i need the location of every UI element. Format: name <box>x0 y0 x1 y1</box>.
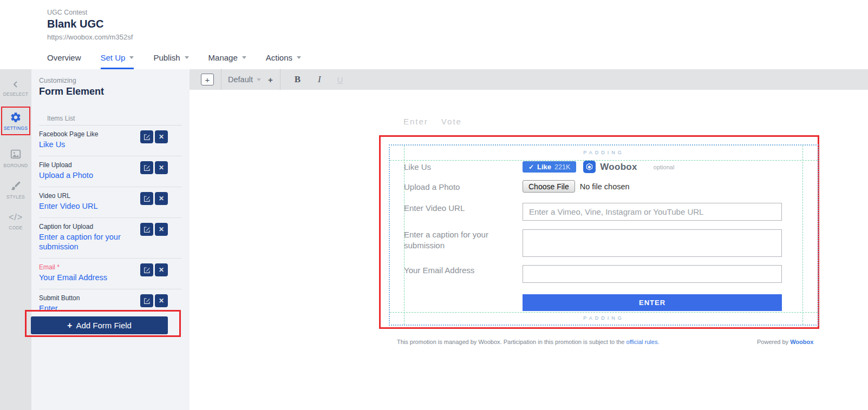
official-rules-link[interactable]: official rules. <box>626 339 660 345</box>
chevron-down-icon <box>242 56 246 59</box>
caption-textarea[interactable] <box>523 229 782 257</box>
chevron-down-icon[interactable] <box>257 78 261 81</box>
chevron-left-icon <box>11 80 20 89</box>
woobox-logo-icon <box>583 161 596 173</box>
delete-item-button[interactable]: ✕ <box>155 192 168 205</box>
like-count: 221K <box>554 163 570 171</box>
edit-pencil-icon <box>143 226 151 233</box>
item-actions: ✕ <box>140 161 168 174</box>
sidebar-item-settings[interactable]: SETTINGS <box>1 107 30 135</box>
sidebar-item-label: SETTINGS <box>4 125 28 131</box>
powered-by-woobox-link[interactable]: Woobox <box>790 339 813 345</box>
item-label[interactable]: Enter a caption for your submission <box>39 232 139 252</box>
sidebar-item-deselect[interactable]: DESELECT <box>3 80 28 97</box>
gear-icon <box>10 111 22 123</box>
delete-item-button[interactable]: ✕ <box>155 223 168 236</box>
delete-item-button[interactable]: ✕ <box>155 130 168 143</box>
close-icon: ✕ <box>159 226 164 233</box>
item-label[interactable]: Your Email Address <box>39 273 139 282</box>
sidebar-item-code[interactable]: </> CODE <box>9 213 23 230</box>
edit-pencil-icon <box>143 195 151 202</box>
video-url-input[interactable] <box>523 203 782 221</box>
email-input[interactable] <box>523 265 782 283</box>
edit-item-button[interactable] <box>140 130 153 143</box>
video-url-label: Enter Video URL <box>404 203 465 214</box>
editor-toolbar: + Default + B I U <box>190 69 868 90</box>
chevron-down-icon <box>185 56 189 59</box>
panel-title: Form Element <box>39 86 104 97</box>
tab-publish-label: Publish <box>153 53 180 62</box>
list-item-facebook-page-like: Facebook Page Like Like Us ✕ <box>39 125 182 156</box>
like-us-label: Like Us <box>404 162 431 173</box>
facebook-like-button[interactable]: ✓ Like 221K <box>523 161 576 173</box>
tab-manage[interactable]: Manage <box>208 49 246 69</box>
underline-button[interactable]: U <box>337 75 343 84</box>
add-element-button[interactable]: + <box>201 74 214 85</box>
campaign-url[interactable]: https://woobox.com/m352sf <box>47 33 133 41</box>
close-icon: ✕ <box>159 195 164 202</box>
powered-by: Powered by Woobox <box>757 339 813 345</box>
item-label[interactable]: Like Us <box>39 140 139 149</box>
list-item-caption-for-upload: Caption for Upload Enter a caption for y… <box>39 218 182 259</box>
tab-publish[interactable]: Publish <box>153 49 188 69</box>
enter-submit-button[interactable]: ENTER <box>523 294 782 311</box>
preview-tabs: Enter Vote <box>403 117 462 126</box>
optional-badge: optional <box>654 164 675 170</box>
disclaimer-text: This promotion is managed by Woobox. Par… <box>397 339 626 345</box>
edit-pencil-icon <box>143 164 151 171</box>
item-label[interactable]: Upload a Photo <box>39 170 139 180</box>
close-icon: ✕ <box>159 164 164 171</box>
edit-item-button[interactable] <box>140 223 153 236</box>
choose-file-button[interactable]: Choose File <box>523 180 575 193</box>
check-icon: ✓ <box>528 163 534 171</box>
toolbar-divider <box>280 69 280 90</box>
tab-set-up[interactable]: Set Up <box>101 49 134 69</box>
italic-button[interactable]: I <box>318 74 321 85</box>
add-form-field-label: Add Form Field <box>76 321 132 330</box>
promotion-disclaimer: This promotion is managed by Woobox. Par… <box>397 339 659 345</box>
close-icon: ✕ <box>159 297 164 304</box>
item-label[interactable]: Enter Video URL <box>39 201 139 211</box>
edit-item-button[interactable] <box>140 263 153 276</box>
sidebar-item-bground[interactable]: BGROUND <box>4 148 28 168</box>
form-items-list: Facebook Page Like Like Us ✕ File Upload… <box>39 125 182 320</box>
toolbar-divider <box>221 69 221 90</box>
tab-overview[interactable]: Overview <box>47 49 81 69</box>
chevron-down-icon <box>297 56 301 59</box>
edit-item-button[interactable] <box>140 192 153 205</box>
edit-item-button[interactable] <box>140 161 153 174</box>
brush-icon <box>10 180 22 191</box>
page-title: Blank UGC <box>47 18 103 30</box>
facebook-like-row: ✓ Like 221K Woobox optional <box>523 161 674 173</box>
preview-tab-vote[interactable]: Vote <box>441 117 462 126</box>
list-item-video-url: Video URL Enter Video URL ✕ <box>39 187 182 218</box>
file-status-text: No file chosen <box>580 182 630 191</box>
add-form-field-button[interactable]: + Add Form Field <box>31 316 168 334</box>
items-list-label: Items List <box>47 115 75 122</box>
upload-photo-label: Upload a Photo <box>404 182 460 193</box>
woobox-brand-name[interactable]: Woobox <box>600 162 637 173</box>
edit-pencil-icon <box>143 267 151 274</box>
close-icon: ✕ <box>159 134 164 140</box>
code-icon: </> <box>9 213 23 222</box>
tab-actions[interactable]: Actions <box>266 49 301 69</box>
file-upload-row: Choose File No file chosen <box>523 180 630 193</box>
add-style-button[interactable]: + <box>268 75 273 84</box>
preview-tab-enter[interactable]: Enter <box>403 117 428 126</box>
image-icon <box>10 148 22 160</box>
delete-item-button[interactable]: ✕ <box>155 263 168 276</box>
style-selector[interactable]: Default <box>228 75 253 84</box>
edit-item-button[interactable] <box>140 294 153 307</box>
delete-item-button[interactable]: ✕ <box>155 294 168 307</box>
tab-overview-label: Overview <box>47 53 81 62</box>
powered-by-text: Powered by <box>757 339 790 345</box>
plus-icon: + <box>67 321 72 330</box>
caption-label: Enter a caption for your submission <box>404 229 515 251</box>
email-label: Your Email Address <box>404 265 474 276</box>
sidebar-icon-rail: DESELECT SETTINGS BGROUND STYLES </> COD… <box>0 69 31 410</box>
delete-item-button[interactable]: ✕ <box>155 161 168 174</box>
edit-pencil-icon <box>143 134 151 141</box>
bold-button[interactable]: B <box>295 74 301 85</box>
sidebar-item-styles[interactable]: STYLES <box>6 180 25 200</box>
list-item-file-upload: File Upload Upload a Photo ✕ <box>39 156 182 187</box>
